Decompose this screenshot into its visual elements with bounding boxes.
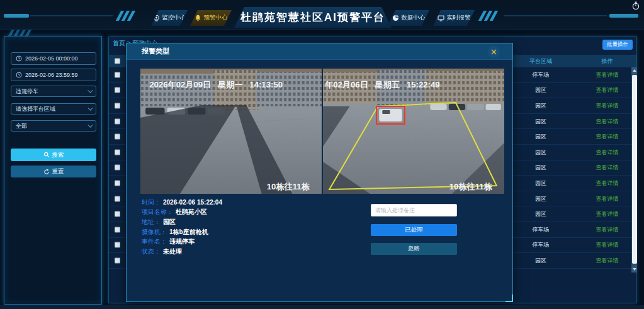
end-time-input[interactable]: 2026-02-06 23:59:59	[11, 69, 96, 81]
tab-alert-center[interactable]: 预警中心	[190, 10, 232, 26]
event-type-select[interactable]: 违规停车	[11, 86, 96, 97]
clock-icon	[16, 55, 22, 62]
view-details-link[interactable]: 查看详情	[580, 179, 634, 187]
camera-icon	[153, 14, 160, 21]
status-value: 全部	[16, 122, 27, 130]
header-deco-slashes-left	[118, 11, 133, 21]
row-checkbox[interactable]	[115, 180, 120, 186]
pie-chart-icon	[392, 14, 399, 21]
platform-area-value: 请选择平台区域	[16, 105, 55, 113]
row-checkbox[interactable]	[115, 211, 120, 217]
close-icon	[490, 48, 497, 55]
row-checkbox[interactable]	[115, 242, 120, 248]
scroll-down-arrow[interactable]	[631, 266, 637, 272]
alert-detail-modal: 报警类型	[126, 43, 513, 302]
alert-details: 时间： 2026-02-06 15:22:04 项目名称： 杜鹃苑小区 地址： …	[142, 198, 349, 257]
row-checkbox[interactable]	[115, 103, 120, 108]
view-details-link[interactable]: 查看详情	[580, 256, 634, 264]
app-screen: 监控中心 预警中心 杜鹃苑智慧社区AI预警平台 数据中心	[0, 0, 644, 309]
tab-label: 预警中心	[204, 14, 228, 22]
detail-line: 事件名： 违规停车	[142, 237, 349, 247]
view-details-link[interactable]: 查看详情	[580, 117, 634, 125]
view-details-link[interactable]: 查看详情	[580, 225, 634, 233]
row-checkbox[interactable]	[115, 257, 120, 263]
footer-strip	[0, 305, 644, 309]
search-icon	[43, 152, 50, 158]
end-time-value: 2026-02-06 23:59:59	[25, 72, 78, 78]
filter-sidebar: 2026-02-05 00:00:00 2026-02-06 23:59:59 …	[4, 36, 102, 305]
view-details-link[interactable]: 查看详情	[580, 148, 634, 156]
view-details-link[interactable]: 查看详情	[580, 70, 634, 79]
view-details-link[interactable]: 查看详情	[580, 101, 634, 110]
row-checkbox[interactable]	[115, 87, 120, 93]
tab-label: 实时报警	[447, 14, 471, 22]
scroll-up-arrow[interactable]	[631, 67, 637, 74]
detail-label: 地址：	[142, 218, 161, 227]
reset-label: 重置	[52, 167, 64, 176]
detail-label: 摄像机：	[142, 228, 167, 237]
header-deco-bar-right	[609, 14, 638, 18]
start-time-input[interactable]: 2026-02-05 00:00:00	[11, 52, 96, 65]
tab-label: 数据中心	[402, 14, 426, 22]
modal-header: 报警类型	[127, 43, 512, 60]
chevron-down-icon	[88, 87, 93, 93]
view-details-link[interactable]: 查看详情	[580, 164, 634, 172]
tab-monitor-center[interactable]: 监控中心	[151, 10, 188, 26]
tab-label: 监控中心	[162, 14, 186, 22]
row-checkbox[interactable]	[115, 196, 120, 201]
detail-value: 杜鹃苑小区	[176, 208, 207, 216]
view-details-link[interactable]: 查看详情	[580, 133, 634, 141]
processed-button[interactable]: 已处理	[371, 224, 457, 236]
detail-label: 状态：	[142, 247, 161, 256]
search-button[interactable]: 搜索	[11, 149, 96, 161]
tab-realtime-alarm[interactable]: 实时报警	[433, 10, 475, 26]
camera-timestamp: 年02月06日 星期五 15:22:49	[324, 80, 440, 89]
top-header: 监控中心 预警中心 杜鹃苑智慧社区AI预警平台 数据中心	[0, 0, 644, 30]
view-details-link[interactable]: 查看详情	[580, 86, 634, 94]
header-deco-slashes-right	[481, 11, 495, 21]
reset-button[interactable]: 重置	[11, 166, 96, 177]
detail-line: 地址： 园区	[142, 217, 349, 227]
row-checkbox[interactable]	[115, 118, 120, 124]
platform-area-select[interactable]: 请选择平台区域	[11, 103, 96, 115]
search-label: 搜索	[52, 151, 64, 159]
view-details-link[interactable]: 查看详情	[580, 241, 634, 249]
detail-value: 2026-02-06 15:22:04	[163, 199, 222, 206]
stopwatch-icon[interactable]	[631, 1, 640, 10]
ignore-button[interactable]: 忽略	[371, 243, 457, 255]
modal-close-button[interactable]	[488, 46, 500, 58]
detail-value: 园区	[163, 218, 176, 227]
header-deco-bar-left	[4, 14, 29, 18]
platform-title-plate: 杜鹃苑智慧社区AI预警平台	[234, 7, 392, 28]
table-scrollbar[interactable]	[631, 67, 637, 272]
tab-data-center[interactable]: 数据中心	[388, 10, 429, 26]
camera-location-label: 10栋往11栋	[267, 182, 310, 191]
status-select[interactable]: 全部	[11, 120, 96, 132]
view-details-link[interactable]: 查看详情	[580, 194, 634, 203]
camera-snapshot-right: 年02月06日 星期五 15:22:49 10栋往11栋	[323, 69, 504, 194]
batch-operation-button[interactable]: 批量操作	[602, 40, 633, 50]
monitor-icon	[438, 14, 444, 21]
detail-line: 摄像机： 1栋b座前枪机	[142, 227, 349, 237]
row-checkbox[interactable]	[115, 134, 120, 140]
refresh-icon	[43, 169, 50, 175]
detail-label: 时间：	[142, 198, 161, 207]
row-checkbox[interactable]	[115, 227, 120, 232]
event-type-value: 违规停车	[16, 87, 38, 96]
detail-label: 项目名称：	[142, 208, 173, 216]
row-checkbox[interactable]	[115, 72, 120, 77]
select-all-checkbox[interactable]	[115, 59, 120, 64]
row-checkbox[interactable]	[115, 165, 120, 171]
detail-value: 未处理	[163, 247, 182, 256]
modal-corner-accent	[506, 295, 513, 302]
chevron-down-icon	[88, 122, 93, 127]
detail-label: 事件名：	[142, 237, 167, 246]
row-checkbox[interactable]	[115, 149, 120, 155]
scrollbar-thumb[interactable]	[632, 75, 637, 264]
column-header-action: 操作	[580, 57, 634, 65]
camera-snapshot-left: 2026年02月09日 星期一 14:13:50 10栋往11栋	[140, 69, 322, 194]
camera-timestamp: 2026年02月09日 星期一 14:13:50	[149, 80, 283, 89]
remark-input[interactable]	[371, 204, 457, 216]
view-details-link[interactable]: 查看详情	[580, 210, 634, 218]
modal-title: 报警类型	[142, 47, 169, 56]
